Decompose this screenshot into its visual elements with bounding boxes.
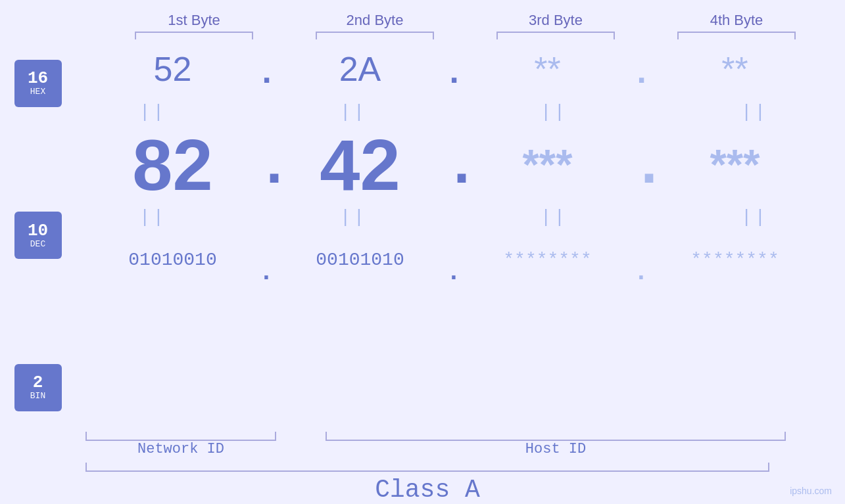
bracket-line-top-4 bbox=[677, 32, 796, 39]
top-brackets bbox=[0, 32, 845, 39]
bin-b3-value: ******** bbox=[503, 250, 591, 270]
eq2-4: || bbox=[664, 207, 845, 227]
class-section: Class A bbox=[0, 463, 845, 504]
bracket-line-top-3 bbox=[496, 32, 615, 39]
class-label-container: Class A bbox=[85, 476, 769, 504]
hex-b2-cell: 2A bbox=[270, 49, 450, 89]
bin-b1-value: 01010010 bbox=[128, 250, 216, 270]
network-bracket-container bbox=[85, 432, 276, 441]
hex-badge-label: HEX bbox=[30, 87, 45, 97]
bottom-brackets bbox=[85, 432, 845, 441]
hex-badge-number: 16 bbox=[28, 70, 48, 87]
watermark: ipshu.com bbox=[790, 486, 832, 496]
bottom-section: Network ID Host ID bbox=[0, 432, 845, 457]
host-bracket-container bbox=[296, 432, 815, 441]
dec-badge-number: 10 bbox=[28, 222, 48, 239]
network-bracket bbox=[85, 432, 276, 441]
network-id-label: Network ID bbox=[85, 441, 276, 457]
eq-1: || bbox=[62, 102, 243, 122]
dec-b3-value: *** bbox=[523, 140, 573, 189]
id-labels: Network ID Host ID bbox=[85, 441, 845, 457]
equals-row-2: || || || || bbox=[62, 204, 845, 230]
eq-2: || bbox=[263, 102, 444, 122]
hex-b2-value: 2A bbox=[339, 49, 381, 89]
hex-b4-cell: ** bbox=[644, 49, 825, 89]
hex-badge: 16 HEX bbox=[14, 60, 62, 107]
dec-b1-cell: 82 bbox=[82, 123, 263, 206]
bin-b4-value: ******** bbox=[690, 250, 779, 270]
bracket-top-2 bbox=[285, 32, 466, 39]
bin-b4-cell: ******** bbox=[644, 250, 825, 270]
byte2-header: 2nd Byte bbox=[285, 12, 466, 29]
hex-b1-cell: 52 bbox=[82, 49, 263, 89]
eq2-3: || bbox=[464, 207, 644, 227]
bin-badge: 2 BIN bbox=[14, 364, 62, 411]
badges-column: 16 HEX 10 DEC 2 BIN bbox=[13, 39, 62, 432]
hex-row: 52 . 2A . ** . ** bbox=[62, 39, 845, 99]
bracket-line-top-1 bbox=[135, 32, 253, 39]
hex-b1-value: 52 bbox=[154, 49, 192, 89]
dec-b2-cell: 42 bbox=[270, 123, 450, 206]
class-label: Class A bbox=[375, 476, 480, 504]
byte3-header: 3rd Byte bbox=[466, 12, 646, 29]
network-id-text: Network ID bbox=[137, 441, 224, 457]
hex-b3-value: ** bbox=[534, 49, 560, 89]
dec-row: 82 . 42 . *** . *** bbox=[62, 125, 845, 204]
bin-b3-cell: ******** bbox=[457, 250, 638, 270]
dec-badge: 10 DEC bbox=[14, 212, 62, 259]
main-container: 1st Byte 2nd Byte 3rd Byte 4th Byte 16 H… bbox=[0, 0, 845, 504]
bin-b1-cell: 01010010 bbox=[82, 250, 263, 270]
host-id-label: Host ID bbox=[296, 441, 815, 457]
host-bracket bbox=[326, 432, 786, 441]
bin-b2-value: 00101010 bbox=[316, 250, 404, 270]
equals-row-1: || || || || bbox=[62, 99, 845, 125]
dec-b4-cell: *** bbox=[644, 140, 825, 189]
bracket-top-1 bbox=[104, 32, 285, 39]
bin-badge-number: 2 bbox=[33, 374, 43, 391]
eq2-1: || bbox=[62, 207, 243, 227]
eq-4: || bbox=[664, 102, 845, 122]
byte-headers: 1st Byte 2nd Byte 3rd Byte 4th Byte bbox=[0, 12, 845, 29]
hex-b4-value: ** bbox=[721, 49, 748, 89]
host-id-text: Host ID bbox=[525, 441, 586, 457]
dec-b1-value: 82 bbox=[132, 123, 212, 206]
eq2-2: || bbox=[263, 207, 444, 227]
bin-row: 01010010 . 00101010 . ******** . *******… bbox=[62, 230, 845, 289]
dec-badge-label: DEC bbox=[30, 239, 45, 250]
bin-b2-cell: 00101010 bbox=[270, 250, 450, 270]
byte4-header: 4th Byte bbox=[646, 12, 827, 29]
dec-b2-value: 42 bbox=[320, 123, 400, 206]
dec-b4-value: *** bbox=[710, 140, 760, 189]
bracket-top-3 bbox=[466, 32, 646, 39]
class-bracket bbox=[85, 463, 769, 472]
byte1-header: 1st Byte bbox=[104, 12, 285, 29]
bracket-line-top-2 bbox=[316, 32, 434, 39]
dec-b3-cell: *** bbox=[457, 140, 638, 189]
bin-badge-label: BIN bbox=[30, 391, 45, 401]
bracket-top-4 bbox=[646, 32, 827, 39]
hex-b3-cell: ** bbox=[457, 49, 638, 89]
eq-3: || bbox=[464, 102, 644, 122]
